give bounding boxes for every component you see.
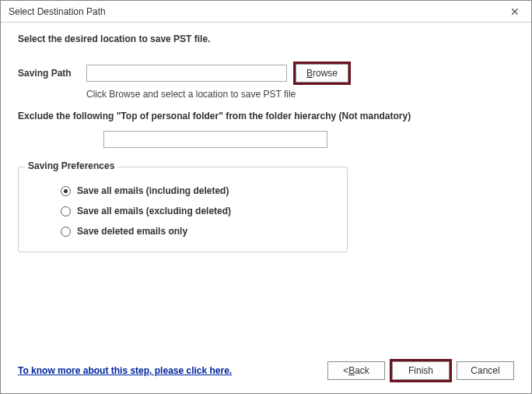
radio-option-deleted-only[interactable]: Save deleted emails only (61, 223, 336, 239)
finish-button[interactable]: Finish (392, 361, 450, 380)
footer: To know more about this step, please cli… (18, 359, 514, 382)
radio-icon[interactable] (61, 227, 71, 237)
back-button[interactable]: < Back (327, 361, 385, 380)
browse-highlight: Browse (293, 62, 351, 85)
radio-label[interactable]: Save all emails (including deleted) (77, 185, 229, 196)
saving-preferences-legend: Saving Preferences (25, 160, 117, 171)
content: Select the desired location to save PST … (1, 23, 531, 393)
radio-option-exclude-deleted[interactable]: Save all emails (excluding deleted) (61, 203, 336, 219)
window-title: Select Destination Path (9, 6, 106, 17)
page-instruction: Select the desired location to save PST … (18, 33, 514, 44)
saving-path-hint: Click Browse and select a location to sa… (86, 89, 514, 100)
cancel-button[interactable]: Cancel (457, 361, 514, 380)
exclude-label: Exclude the following "Top of personal f… (18, 111, 514, 121)
radio-icon[interactable] (61, 206, 71, 216)
saving-preferences-group: Saving Preferences Save all emails (incl… (18, 167, 348, 252)
saving-path-label: Saving Path (18, 68, 86, 79)
radio-dot (64, 189, 68, 193)
close-icon[interactable]: ✕ (503, 2, 527, 21)
radio-label[interactable]: Save deleted emails only (77, 226, 187, 237)
radio-label[interactable]: Save all emails (excluding deleted) (77, 206, 231, 216)
help-link[interactable]: To know more about this step, please cli… (18, 365, 232, 376)
saving-path-input[interactable] (86, 65, 287, 82)
radio-option-include-deleted[interactable]: Save all emails (including deleted) (61, 183, 336, 199)
radio-icon[interactable] (61, 186, 71, 196)
browse-button[interactable]: Browse (296, 64, 348, 83)
titlebar: Select Destination Path ✕ (1, 1, 531, 23)
nav-buttons: < Back Finish Cancel (327, 359, 514, 382)
finish-highlight: Finish (390, 359, 452, 382)
exclude-input[interactable] (103, 131, 327, 148)
saving-path-row: Saving Path Browse (18, 62, 514, 85)
